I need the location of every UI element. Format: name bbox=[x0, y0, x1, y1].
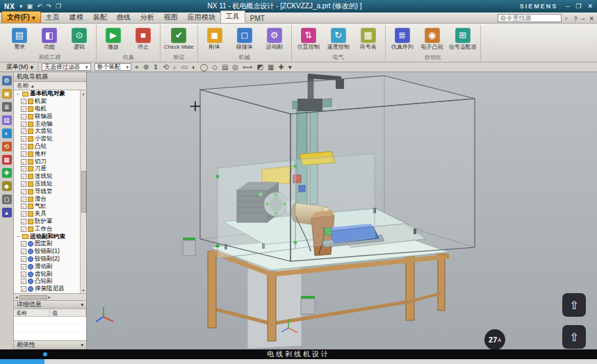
tree-item-row[interactable]: ✓工作台 bbox=[14, 225, 86, 233]
tree-item-row[interactable]: ✓固定副 bbox=[14, 240, 86, 248]
tree-item-row[interactable]: ✓电机 bbox=[14, 106, 86, 113]
expander-icon[interactable]: − bbox=[15, 92, 21, 97]
visibility-checkbox[interactable]: ✓ bbox=[21, 166, 26, 172]
tab-PMT[interactable]: PMT bbox=[245, 14, 270, 23]
visibility-checkbox[interactable]: ✓ bbox=[21, 136, 26, 142]
search-icon[interactable]: ⌕ bbox=[564, 15, 568, 22]
tree-item-row[interactable]: ✓机架 bbox=[14, 98, 86, 106]
ribbon-button-collision-body[interactable]: ◻碰撞体 bbox=[231, 28, 258, 50]
file-menu-button[interactable]: 文件(F)▾ bbox=[1, 11, 41, 23]
video-progress-bar[interactable] bbox=[0, 359, 597, 364]
redo-icon[interactable]: ↷ bbox=[47, 3, 52, 10]
visibility-checkbox[interactable]: ✓ bbox=[21, 189, 26, 195]
zoom-icon[interactable]: ⌕ bbox=[173, 63, 177, 72]
tree-item-row[interactable]: ✓铰链副(1) bbox=[14, 248, 86, 256]
visibility-checkbox[interactable]: ✓ bbox=[21, 241, 26, 247]
tab-分析[interactable]: 分析 bbox=[136, 12, 159, 23]
selection-scope-dropdown[interactable]: 整个装配▾ bbox=[95, 63, 132, 71]
visibility-checkbox[interactable]: ✓ bbox=[21, 159, 26, 165]
fit-view-icon[interactable]: ▭ bbox=[181, 63, 187, 71]
selection-filter-dropdown[interactable]: 无选择过滤器▾ bbox=[42, 63, 91, 71]
more-icon[interactable]: ▾ bbox=[288, 63, 292, 71]
ribbon-button-check-mate[interactable]: ✔Check Mate bbox=[164, 28, 194, 50]
graphics-window[interactable]: ⇧ ⇧ 27A bbox=[87, 72, 597, 349]
visibility-checkbox[interactable]: ✓ bbox=[21, 144, 26, 149]
tree-item-row[interactable]: ✓推杆 bbox=[14, 150, 86, 158]
wireframe-icon[interactable]: ◯ bbox=[200, 63, 208, 71]
restore-button[interactable]: ❐ bbox=[575, 3, 581, 10]
tree-horizontal-scrollbar[interactable]: ◂ ▸ bbox=[14, 293, 86, 300]
rotate-icon[interactable]: ⟲ bbox=[163, 63, 168, 71]
ribbon-button-position-control[interactable]: ⇅位置控制 bbox=[295, 28, 322, 50]
tree-item-row[interactable]: ✓导线管 bbox=[14, 188, 86, 195]
tree-item-row[interactable]: ✓夹具 bbox=[14, 210, 86, 218]
menu-button[interactable]: 菜单(M)▾ bbox=[2, 63, 38, 72]
collapse-icon[interactable]: ▾ bbox=[81, 302, 83, 308]
tab-曲线[interactable]: 曲线 bbox=[112, 12, 136, 23]
visibility-checkbox[interactable]: ✓ bbox=[21, 122, 26, 127]
visibility-checkbox[interactable]: ✓ bbox=[21, 99, 26, 104]
tab-视图[interactable]: 视图 bbox=[159, 12, 183, 23]
layer-icon[interactable]: ▤ bbox=[222, 63, 228, 71]
measure-icon[interactable]: ⟺ bbox=[243, 63, 252, 71]
overlay-top-button[interactable]: ⇧ bbox=[562, 293, 586, 317]
visibility-checkbox[interactable]: ✓ bbox=[21, 272, 26, 277]
tree-item-row[interactable]: ✓齿轮副 bbox=[14, 270, 86, 278]
help-button[interactable]: ? bbox=[573, 15, 577, 22]
visibility-checkbox[interactable]: ✓ bbox=[21, 264, 26, 270]
visibility-checkbox[interactable]: ✓ bbox=[21, 256, 26, 262]
wizard-icon[interactable]: ✚ bbox=[2, 168, 12, 178]
select-icon[interactable]: ⌖ bbox=[135, 63, 139, 72]
tree-item-row[interactable]: ✓防护罩 bbox=[14, 218, 86, 226]
constraint-navigator-icon[interactable]: ▣ bbox=[2, 89, 12, 99]
ribbon-button-requirement[interactable]: ▤需求 bbox=[6, 28, 33, 50]
child-close-button[interactable]: ✕ bbox=[589, 15, 594, 22]
child-minimize-button[interactable]: ‒ bbox=[581, 15, 584, 22]
tab-装配[interactable]: 装配 bbox=[88, 12, 112, 23]
section-icon[interactable]: ◩ bbox=[256, 63, 263, 71]
add-icon[interactable]: ✚ bbox=[278, 63, 284, 71]
close-button[interactable]: ✕ bbox=[587, 3, 593, 10]
tree-item-row[interactable]: ✓小齿轮 bbox=[14, 135, 86, 143]
visibility-checkbox[interactable]: ✓ bbox=[21, 181, 26, 187]
undo-icon[interactable]: ↶ bbox=[37, 3, 42, 10]
visibility-checkbox[interactable]: ✓ bbox=[21, 219, 26, 224]
part-navigator-icon[interactable]: ≣ bbox=[2, 102, 12, 112]
visibility-checkbox[interactable]: ✓ bbox=[21, 279, 26, 284]
visibility-checkbox[interactable]: ✓ bbox=[21, 129, 26, 134]
command-finder-input[interactable] bbox=[498, 14, 562, 22]
orient-view-icon[interactable]: ◇ bbox=[212, 63, 218, 71]
tree-item-row[interactable]: ✓大齿轮 bbox=[14, 128, 86, 135]
ribbon-button-rigid-body[interactable]: ◼刚体 bbox=[202, 28, 228, 50]
visibility-checkbox[interactable]: ✓ bbox=[21, 286, 26, 292]
overlay-bottom-button[interactable]: ⇧ bbox=[562, 325, 586, 349]
pan-icon[interactable]: ⇕ bbox=[153, 63, 158, 71]
tree-item-row[interactable]: ✓凸轮 bbox=[14, 143, 86, 151]
tree-group-row[interactable]: −基本机电对象 bbox=[14, 90, 86, 98]
tree-item-row[interactable]: ✓刀座 bbox=[14, 165, 86, 173]
navigator-column-header[interactable]: 名称 ▴ bbox=[14, 82, 86, 90]
window-icon[interactable]: ❐ bbox=[56, 3, 61, 10]
visibility-checkbox[interactable]: ✓ bbox=[21, 174, 26, 179]
tree-item-row[interactable]: ✓滑动副 bbox=[14, 263, 86, 270]
process-icon[interactable]: ▦ bbox=[2, 155, 12, 165]
scrollbar-thumb[interactable] bbox=[81, 171, 86, 213]
roles-icon[interactable]: ◆ bbox=[2, 181, 12, 191]
dependencies-section-header[interactable]: 相依性 ▾ bbox=[14, 340, 86, 349]
tree-vertical-scrollbar[interactable]: ▴ ▾ bbox=[80, 90, 86, 293]
touch-icon[interactable]: ◻ bbox=[2, 195, 12, 204]
tree-group-row[interactable]: −运动副和约束 bbox=[14, 233, 86, 240]
tree-item-row[interactable]: ✓主动轴 bbox=[14, 120, 86, 128]
expander-icon[interactable]: − bbox=[15, 234, 21, 239]
ribbon-button-function[interactable]: ◧功能 bbox=[36, 28, 63, 50]
show-hide-icon[interactable]: ◎ bbox=[232, 63, 238, 71]
visibility-checkbox[interactable]: ✓ bbox=[21, 151, 26, 157]
tab-主页[interactable]: 主页 bbox=[41, 12, 65, 23]
tab-建模[interactable]: 建模 bbox=[65, 12, 88, 23]
viewport-3d-scene[interactable] bbox=[87, 72, 597, 349]
tree-item-row[interactable]: ✓送线轮 bbox=[14, 173, 86, 181]
tab-工具[interactable]: 工具 bbox=[220, 10, 245, 23]
visibility-checkbox[interactable]: ✓ bbox=[21, 114, 26, 119]
scrollbar-thumb[interactable] bbox=[19, 295, 47, 299]
ribbon-button-joint[interactable]: ⚙运动副 bbox=[261, 28, 288, 50]
